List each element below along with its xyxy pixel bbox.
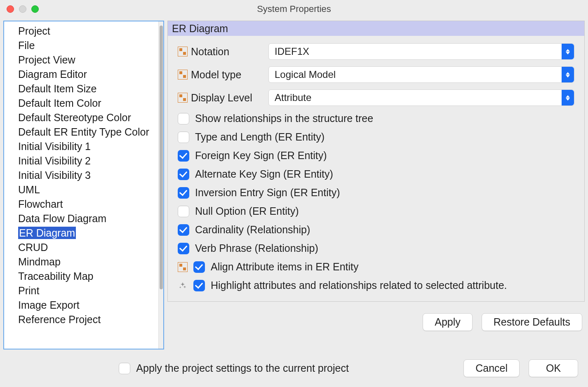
sidebar-item-initial-visibility-2[interactable]: Initial Visibility 2 bbox=[4, 154, 158, 168]
check-type-and-length: Type and Length (ER Entity) bbox=[178, 131, 574, 143]
checkbox[interactable] bbox=[178, 113, 189, 124]
label-apply-to-current: Apply the project settings to the curren… bbox=[136, 362, 349, 374]
sidebar-item-mindmap[interactable]: Mindmap bbox=[4, 255, 158, 269]
row-display-level: Display Level Attribute bbox=[178, 89, 574, 106]
check-align-attribute: Align Attribute items in ER Entity bbox=[178, 261, 574, 273]
checkbox[interactable] bbox=[178, 243, 189, 254]
titlebar: System Properties bbox=[0, 0, 588, 18]
checkbox[interactable] bbox=[178, 187, 189, 199]
window-controls bbox=[7, 5, 39, 13]
checkbox[interactable] bbox=[178, 131, 189, 143]
select-display-level[interactable]: Attribute bbox=[268, 89, 574, 106]
system-properties-window: System Properties Project File Project V… bbox=[0, 0, 588, 387]
checkbox[interactable] bbox=[178, 150, 189, 162]
check-verb-phrase: Verb Phrase (Relationship) bbox=[178, 242, 574, 254]
check-highlight-attributes: Highlight attributes and relationships r… bbox=[178, 279, 574, 291]
select-notation[interactable]: IDEF1X bbox=[268, 43, 574, 60]
ok-button[interactable]: OK bbox=[529, 359, 578, 377]
main-area: Project File Project View Diagram Editor… bbox=[0, 18, 588, 353]
chevron-up-down-icon bbox=[562, 90, 574, 106]
sidebar-item-traceability-map[interactable]: Traceability Map bbox=[4, 269, 158, 284]
sparkle-icon bbox=[178, 281, 188, 291]
decor-icon bbox=[178, 93, 188, 103]
panel-body: Notation IDEF1X Model type bbox=[168, 36, 584, 301]
sidebar-item-data-flow-diagram[interactable]: Data Flow Diagram bbox=[4, 211, 158, 226]
apply-button[interactable]: Apply bbox=[423, 313, 473, 331]
scrollbar-thumb[interactable] bbox=[160, 26, 163, 289]
sidebar-item-flowchart[interactable]: Flowchart bbox=[4, 197, 158, 211]
check-show-relationships: Show relationships in the structure tree bbox=[178, 113, 574, 124]
sidebar-item-initial-visibility-1[interactable]: Initial Visibility 1 bbox=[4, 139, 158, 154]
sidebar-item-uml[interactable]: UML bbox=[4, 183, 158, 197]
check-null-option: Null Option (ER Entity) bbox=[178, 205, 574, 217]
sidebar-item-default-stereotype-color[interactable]: Default Stereotype Color bbox=[4, 110, 158, 125]
sidebar-item-print[interactable]: Print bbox=[4, 284, 158, 298]
sidebar-item-diagram-editor[interactable]: Diagram Editor bbox=[4, 67, 158, 82]
select-model-type-value: Logical Model bbox=[275, 69, 336, 80]
sidebar-scrollbar[interactable] bbox=[158, 21, 163, 349]
minimize-icon[interactable] bbox=[19, 5, 26, 13]
select-model-type[interactable]: Logical Model bbox=[268, 66, 574, 83]
decor-icon bbox=[178, 47, 188, 56]
checkbox-apply-to-current[interactable] bbox=[119, 363, 130, 374]
select-display-level-value: Attribute bbox=[275, 92, 311, 103]
label-display-level: Display Level bbox=[191, 92, 252, 104]
sidebar-item-crud[interactable]: CRUD bbox=[4, 240, 158, 255]
label-notation: Notation bbox=[191, 46, 229, 58]
sidebar-item-default-item-size[interactable]: Default Item Size bbox=[4, 82, 158, 96]
sidebar-item-initial-visibility-3[interactable]: Initial Visibility 3 bbox=[4, 168, 158, 183]
content-pane: ER Diagram Notation IDEF1X bbox=[167, 21, 585, 349]
check-foreign-key-sign: Foreign Key Sign (ER Entity) bbox=[178, 150, 574, 162]
chevron-up-down-icon bbox=[562, 44, 574, 59]
checkbox[interactable] bbox=[178, 169, 189, 180]
checkbox[interactable] bbox=[193, 280, 205, 291]
panel-buttons: Apply Restore Defaults bbox=[167, 302, 585, 331]
check-cardinality: Cardinality (Relationship) bbox=[178, 224, 574, 236]
sidebar-item-file[interactable]: File bbox=[4, 38, 158, 53]
er-diagram-panel: ER Diagram Notation IDEF1X bbox=[167, 21, 585, 302]
sidebar-item-reference-project[interactable]: Reference Project bbox=[4, 312, 158, 327]
zoom-icon[interactable] bbox=[31, 5, 39, 13]
checkbox[interactable] bbox=[178, 206, 189, 217]
sidebar-item-default-er-entity-type-color[interactable]: Default ER Entity Type Color bbox=[4, 125, 158, 139]
sidebar-item-default-item-color[interactable]: Default Item Color bbox=[4, 96, 158, 110]
sidebar-item-image-export[interactable]: Image Export bbox=[4, 298, 158, 312]
sidebar-item-project-view[interactable]: Project View bbox=[4, 53, 158, 67]
cancel-button[interactable]: Cancel bbox=[463, 359, 520, 377]
footer: Apply the project settings to the curren… bbox=[0, 353, 588, 387]
window-title: System Properties bbox=[257, 4, 331, 14]
panel-title: ER Diagram bbox=[168, 21, 584, 36]
checkbox[interactable] bbox=[178, 224, 189, 236]
check-alternate-key-sign: Alternate Key Sign (ER Entity) bbox=[178, 168, 574, 180]
chevron-up-down-icon bbox=[562, 67, 574, 82]
label-model-type: Model type bbox=[191, 69, 241, 81]
sidebar-list[interactable]: Project File Project View Diagram Editor… bbox=[4, 21, 158, 349]
sidebar-item-er-diagram[interactable]: ER Diagram bbox=[4, 226, 158, 240]
row-model-type: Model type Logical Model bbox=[178, 66, 574, 83]
row-notation: Notation IDEF1X bbox=[178, 43, 574, 60]
decor-icon bbox=[178, 70, 188, 80]
check-inversion-entry-sign: Inversion Entry Sign (ER Entity) bbox=[178, 187, 574, 199]
select-notation-value: IDEF1X bbox=[275, 46, 309, 57]
sidebar-item-project[interactable]: Project bbox=[4, 24, 158, 38]
restore-defaults-button[interactable]: Restore Defaults bbox=[482, 313, 582, 331]
close-icon[interactable] bbox=[7, 5, 14, 13]
checkbox[interactable] bbox=[193, 261, 205, 273]
decor-icon bbox=[178, 262, 188, 272]
sidebar: Project File Project View Diagram Editor… bbox=[3, 21, 164, 349]
